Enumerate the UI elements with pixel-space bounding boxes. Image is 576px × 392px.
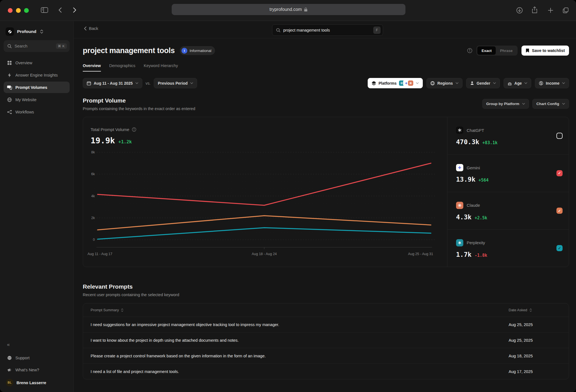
globe-icon	[7, 97, 12, 102]
date-range-picker[interactable]: Aug 11 - Aug 31 2025	[83, 78, 142, 88]
tab-overview[interactable]: Overview	[83, 63, 101, 72]
platforms-label: Platforms	[379, 81, 397, 85]
sidebar-item-prompt-volumes[interactable]: Prompt Volumes	[4, 82, 70, 93]
total-delta: +1.2k	[118, 139, 132, 144]
workspace-switcher[interactable]: Profound	[4, 26, 70, 40]
toggle-sidebar-icon[interactable]	[41, 7, 48, 13]
info-icon[interactable]	[132, 127, 136, 132]
chevron-down-icon	[416, 82, 419, 84]
gender-label: Gender	[477, 81, 490, 85]
info-icon[interactable]	[467, 48, 473, 53]
sidebar-footer: « Support What's New? BL Breno Lasserre	[4, 340, 70, 388]
megaphone-icon	[7, 367, 12, 372]
sidebar-item-label: Answer Engine Insights	[15, 73, 58, 77]
url-bar[interactable]: tryprofound.com	[172, 4, 405, 15]
match-mode-exact[interactable]: Exact	[477, 46, 496, 55]
legend-checkbox-perplexity[interactable]: ✓	[556, 245, 563, 251]
section-subtitle: Prompts containing the keywords in the e…	[83, 106, 195, 111]
legend-entry-chatgpt[interactable]: ChatGPT 470.3k +83.1k	[447, 117, 569, 154]
chart-area: Total Prompt Volume 19.9k +1.2k 02k4k6k8…	[83, 117, 447, 267]
layers-icon	[372, 81, 376, 85]
gender-filter[interactable]: Gender	[466, 78, 500, 88]
legend-delta: +2.5k	[475, 215, 487, 220]
legend-delta: +83.1k	[482, 140, 497, 145]
save-to-watchlist-button[interactable]: Save to watchlist	[521, 46, 569, 56]
sidebar-item-my-website[interactable]: My Website	[4, 94, 70, 105]
date-asked: Aug 25, 2025	[509, 338, 533, 343]
table-row[interactable]: I want to know about the project in dept…	[83, 332, 569, 348]
regions-filter[interactable]: Regions	[426, 78, 462, 88]
search-shortcut: ⌘ K	[56, 43, 67, 49]
age-filter[interactable]: Age	[504, 78, 531, 88]
user-menu[interactable]: BL Breno Lasserre	[4, 376, 70, 388]
grid-icon	[7, 60, 12, 65]
calendar-icon	[87, 81, 91, 85]
legend-entry-gemini[interactable]: Gemini 13.9k +564 ✓	[447, 154, 569, 192]
bookmark-icon	[526, 48, 529, 53]
profound-logo	[6, 27, 14, 36]
svg-text:2k: 2k	[91, 216, 95, 220]
workspace-name: Profound	[17, 29, 36, 34]
legend-entry-claude[interactable]: Claude 4.3k +2.5k ✓	[447, 192, 569, 229]
sidebar-item-support[interactable]: Support	[4, 352, 70, 364]
prompt-summary: Please create a project control framewor…	[91, 354, 266, 358]
sidebar-item-overview[interactable]: Overview	[4, 57, 70, 68]
group-by-dropdown[interactable]: Group by Platform	[482, 99, 529, 109]
svg-text:Aug 25 - Aug 31: Aug 25 - Aug 31	[408, 252, 433, 256]
table-row[interactable]: Please create a project control framewor…	[83, 348, 569, 364]
legend-value: 470.3k	[456, 138, 479, 146]
income-filter[interactable]: Income	[535, 78, 569, 88]
chevron-left-icon	[84, 26, 87, 31]
share-icon[interactable]	[531, 6, 538, 14]
downloads-icon[interactable]	[516, 7, 523, 14]
claude-icon	[456, 202, 463, 209]
keyword-search-input[interactable]	[283, 28, 370, 32]
legend-checkbox-gemini[interactable]: ✓	[556, 170, 563, 176]
user-name: Breno Lasserre	[16, 381, 46, 385]
sidebar-item-whats-new[interactable]: What's New?	[4, 364, 70, 376]
back-button[interactable]: Back	[84, 26, 98, 31]
keyword-search-field[interactable]: F	[272, 24, 383, 36]
chevron-down-icon	[190, 82, 193, 84]
chart-config-dropdown[interactable]: Chart Config	[532, 99, 569, 109]
tab-keyword-hierarchy[interactable]: Keyword Hierarchy	[144, 63, 178, 72]
app-window: tryprofound.com	[0, 0, 576, 392]
person-icon	[470, 81, 474, 85]
total-prompt-volume-label: Total Prompt Volume	[91, 127, 447, 132]
browser-back-icon[interactable]	[57, 7, 63, 13]
chart-config-label: Chart Config	[536, 102, 559, 106]
tab-bar: Overview Demographics Keyword Hierarchy	[83, 63, 569, 72]
sidebar-search[interactable]: Search ⌘ K	[4, 40, 70, 52]
table-row[interactable]: I need a list of file and project manage…	[83, 364, 569, 379]
legend-value: 4.3k	[456, 213, 471, 221]
sort-icon[interactable]	[529, 308, 532, 312]
sort-icon[interactable]	[121, 308, 124, 312]
sidebar-item-label: What's New?	[15, 368, 39, 372]
relevant-prompts-table: Prompt Summary Date Asked I need suggest…	[83, 303, 569, 379]
collapse-sidebar-button[interactable]: «	[4, 340, 70, 351]
new-tab-icon[interactable]	[547, 7, 554, 14]
legend-name: Claude	[467, 203, 480, 208]
legend-name: Perplexity	[467, 240, 485, 245]
minimize-window-button[interactable]	[16, 8, 21, 13]
zoom-window-button[interactable]	[24, 8, 29, 13]
legend-checkbox-chatgpt[interactable]	[556, 133, 563, 139]
match-mode-phrase[interactable]: Phrase	[496, 46, 517, 55]
table-row[interactable]: I need suggestions for an impressive pro…	[83, 317, 569, 332]
chevron-down-icon	[524, 82, 527, 84]
platforms-filter[interactable]: Platforms	[368, 78, 423, 88]
sidebar-item-workflows[interactable]: Workflows	[4, 106, 70, 118]
main-content: Back F project management tools I Inform…	[74, 21, 576, 392]
prompt-summary: I need suggestions for an impressive pro…	[91, 322, 279, 327]
sidebar-item-answer-engine-insights[interactable]: Answer Engine Insights	[4, 69, 70, 81]
browser-forward-icon[interactable]	[71, 7, 77, 13]
legend-entry-perplexity[interactable]: Perplexity 1.7k -1.8k ✓	[447, 229, 569, 267]
compare-period-picker[interactable]: Previous Period	[154, 78, 197, 88]
page-title: project management tools	[83, 46, 175, 55]
close-window-button[interactable]	[8, 8, 13, 13]
tab-overview-icon[interactable]	[562, 7, 569, 14]
column-date-asked[interactable]: Date Asked	[509, 308, 527, 312]
tab-demographics[interactable]: Demographics	[109, 63, 136, 72]
legend-checkbox-claude[interactable]: ✓	[556, 208, 563, 214]
column-prompt-summary[interactable]: Prompt Summary	[91, 308, 119, 312]
